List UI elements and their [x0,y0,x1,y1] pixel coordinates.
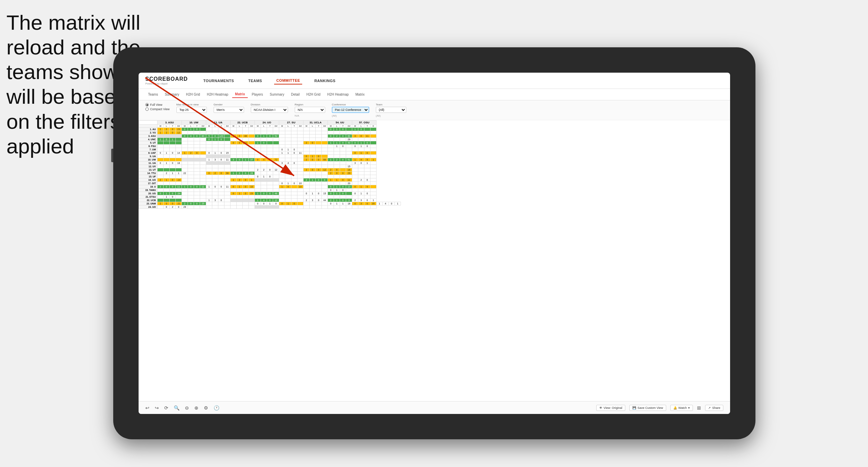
uu-dif: Dif [346,125,352,128]
col-ua-header: 11. UA [206,121,231,125]
region-select[interactable]: N/A [295,107,325,113]
uo-l: L [261,125,267,128]
view-original-label: View: Original [604,406,622,410]
col-uo-header: 24. UO [255,121,279,125]
table-row: 14. TTU 211 22 02038 12026 20029 [139,172,401,175]
zoom-out-button[interactable]: ⊖ [185,405,189,411]
table-row: 23. UNM 200-21 20025 0010 010 01118 0303… [139,202,401,205]
row-ttu: 14. TTU [139,172,158,175]
row-fsu: 6. FSU [139,145,158,148]
nav-committee[interactable]: COMMITTEE [274,77,302,84]
redo-button[interactable]: ↪ [155,405,159,411]
tab-matrix2[interactable]: Matrix [353,91,367,98]
row-um: 7. UM [139,148,158,151]
tab-h2h-heatmap[interactable]: H2H Heatmap [204,91,231,98]
conference-select[interactable]: Pac-12 Conference [332,107,369,113]
nav-tournaments[interactable]: TOURNAMENTS [201,77,236,84]
ucb-dif: Dif [249,125,255,128]
uu-l: L [334,125,340,128]
conference-label: Conference [332,103,369,106]
ucla-w: W [304,125,310,128]
ua-l: L [212,125,218,128]
uw-w: W [182,125,188,128]
col-ucb-header: 22. UCB [231,121,255,125]
team-label: Team [376,103,406,106]
su-w: W [279,125,285,128]
tab-h2h-grid2[interactable]: H2H Grid [304,91,323,98]
row-au: 1. AU [139,128,158,131]
tab-detail[interactable]: Detail [288,91,303,98]
matrix-area[interactable]: 3. ASU 10. UW 11. UA 22. UCB 24. UO 27. … [139,120,730,401]
ua-w: W [206,125,212,128]
gender-select[interactable]: Men's [214,107,244,113]
team-select[interactable]: (All) [376,107,406,113]
filters-bar: Full View Compact View Max teams in view… [139,100,730,120]
ucb-l: L [237,125,243,128]
uw-dif: Dif [200,125,206,128]
compact-view-radio[interactable] [145,107,149,111]
undo-button[interactable]: ↩ [145,405,149,411]
asu-w: W [158,125,164,128]
osu-d: D [370,125,377,128]
watch-button[interactable]: 🔔 Watch ▾ [670,405,693,411]
gender-label: Gender [214,103,244,106]
row-uaf: 8. UAF [139,151,158,155]
su-t: T [291,125,297,128]
table-row: 21. ETSU 10 [139,195,401,199]
share-label: Share [712,406,720,410]
tab-teams[interactable]: Teams [145,91,161,98]
col-ucla-header: 31. UCLA [304,121,328,125]
nav-rankings[interactable]: RANKINGS [312,77,338,84]
tab-summary[interactable]: Summary [162,91,182,98]
row-uo: 16. UO [139,178,158,182]
gender-filter: Gender Men's [214,103,244,113]
nav-bar: SCOREBOARD Powered by clippd TOURNAMENTS… [139,73,730,89]
reset-button[interactable]: ⟳ [164,405,168,411]
full-view-option[interactable]: Full View [145,103,170,106]
zoom-in-button[interactable]: ⊕ [194,405,198,411]
col-uu-header: 54. UU [328,121,352,125]
tablet-side-button [111,149,113,162]
nav-teams[interactable]: TEAMS [246,77,264,84]
row-uv: 12. UV [139,165,158,168]
ucla-dif: Dif [322,125,328,128]
asu-t: T [170,125,176,128]
ucla-t: T [316,125,322,128]
tab-summary2[interactable]: Summary [267,91,287,98]
table-row: 4. UNC 101 010 29 [139,138,401,141]
full-view-radio[interactable] [145,103,149,106]
settings-button[interactable]: ⚙ [204,405,208,411]
tab-players[interactable]: Players [249,91,266,98]
osu-w: W [352,125,358,128]
save-custom-button[interactable]: 💾 Save Custom View [629,405,666,411]
full-view-label: Full View [150,103,162,106]
compact-view-option[interactable]: Compact View [145,107,170,111]
matrix-table: 3. ASU 10. UW 11. UA 22. UCB 24. UO 27. … [139,120,401,209]
tab-matrix[interactable]: Matrix [232,91,247,98]
col-uw-header: 10. UW [182,121,206,125]
bottom-toolbar: ↩ ↪ ⟳ 🔍 ⊖ ⊕ ⚙ 🕐 👁 View: Original 💾 Save … [139,401,730,414]
osu-t: T [364,125,370,128]
clock-button[interactable]: 🕐 [214,405,219,411]
share-button[interactable]: ↗ Share [705,405,723,411]
team-filter: Team (All) (All) [376,103,406,117]
division-select[interactable]: NCAA Division I [251,107,288,113]
table-row: 9. UA 010 [139,155,401,158]
logo-sub: Powered by clippd [145,82,188,85]
row-ug: 20. UG [139,192,158,195]
search-button[interactable]: 🔍 [174,405,179,411]
row-etsu: 21. ETSU [139,195,158,199]
row-git: 17. GIT [139,182,158,185]
tab-h2h-grid[interactable]: H2H Grid [183,91,203,98]
tab-h2h-heatmap2[interactable]: H2H Heatmap [324,91,351,98]
compact-view-label: Compact View [150,107,170,111]
table-row: 11. UA 01018 340 301 [139,162,401,165]
grid-button[interactable]: ⊞ [697,405,701,411]
row-u: 18. U [139,185,158,189]
table-row: 19. TAMU 010 [139,189,401,192]
uo-t: T [267,125,273,128]
view-original-button[interactable]: 👁 View: Original [596,405,625,411]
row-uf: 15. UF [139,175,158,178]
max-teams-select[interactable]: Top 25 [176,107,207,113]
region-label: Region [295,103,325,106]
